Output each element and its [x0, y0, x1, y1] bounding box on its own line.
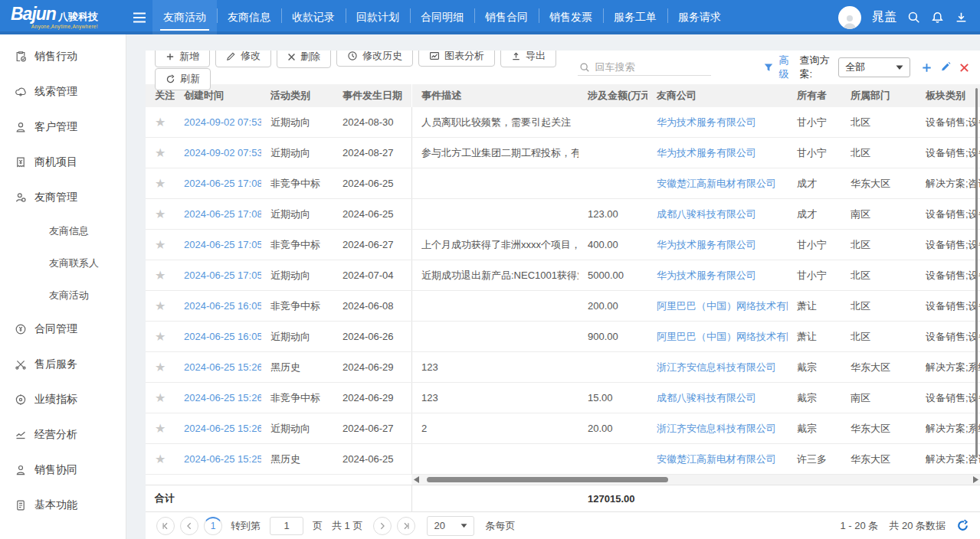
created-time-link[interactable]: 2024-06-25 15:25 [184, 453, 261, 465]
导出-button[interactable]: 导出 [500, 51, 556, 67]
favorite-star-icon[interactable]: ★ [155, 239, 166, 251]
created-time-link[interactable]: 2024-09-02 07:53 [184, 116, 261, 128]
favorite-star-icon[interactable]: ★ [155, 300, 166, 312]
删除-button[interactable]: 删除 [277, 51, 331, 68]
query-scheme-select[interactable]: 全部 [838, 57, 910, 77]
scrollbar-track[interactable] [421, 476, 971, 483]
created-time-link[interactable]: 2024-06-25 17:05 [184, 239, 261, 250]
table-row[interactable]: ★ 2024-06-25 16:05 非竞争中标 2024-06-08 200.… [146, 291, 980, 322]
tab-合同明细[interactable]: 合同明细 [410, 0, 474, 34]
add-scheme-icon[interactable] [921, 62, 932, 74]
sidebar-item-合同管理[interactable]: 合同管理 [0, 312, 126, 347]
company-link[interactable]: 华为技术服务有限公司 [657, 146, 756, 160]
menu-toggle-icon[interactable] [126, 0, 152, 34]
company-link[interactable]: 浙江齐安信息科技有限公司 [657, 361, 776, 374]
table-row[interactable]: ★ 2024-06-25 15:26 非竞争中标 2024-06-29 123 … [146, 383, 980, 413]
sidebar-item-基本功能[interactable]: 基本功能 [0, 488, 126, 523]
table-row[interactable]: ★ 2024-06-25 17:05 非竞争中标 2024-06-27 上个月成… [146, 230, 980, 260]
company-link[interactable]: 安徽楚江高新电材有限公司 [657, 177, 776, 191]
图表分析-button[interactable]: 图表分析 [418, 51, 495, 67]
sidebar-item-经营分析[interactable]: 经营分析 [0, 417, 126, 452]
refresh-data-icon[interactable] [956, 519, 969, 532]
avatar[interactable] [838, 6, 861, 29]
company-link[interactable]: 华为技术服务有限公司 [657, 269, 756, 283]
download-icon[interactable] [955, 11, 968, 24]
sidebar-item-销售行动[interactable]: 销售行动 [0, 39, 126, 74]
created-time-link[interactable]: 2024-06-25 17:08 [184, 178, 261, 189]
created-time-link[interactable]: 2024-09-02 07:53 [184, 147, 261, 158]
table-row[interactable]: ★ 2024-09-02 07:53 近期动向 2024-08-27 参与北方工… [146, 138, 980, 168]
scroll-right-arrow-icon[interactable] [971, 476, 980, 483]
favorite-star-icon[interactable]: ★ [155, 392, 166, 404]
goto-page-input[interactable] [270, 517, 303, 535]
company-link[interactable]: 浙江齐安信息科技有限公司 [657, 422, 776, 436]
company-link[interactable]: 华为技术服务有限公司 [657, 116, 756, 129]
favorite-star-icon[interactable]: ★ [155, 116, 166, 129]
sidebar-item-业绩指标[interactable]: 业绩指标 [0, 382, 126, 417]
search-input[interactable] [595, 61, 710, 73]
tab-服务工单[interactable]: 服务工单 [603, 0, 667, 34]
horizontal-scrollbar[interactable] [411, 475, 980, 485]
company-link[interactable]: 华为技术服务有限公司 [657, 238, 756, 252]
sidebar-item-友商管理[interactable]: 友商管理 [0, 180, 126, 215]
scrollbar-thumb[interactable] [427, 477, 668, 482]
table-row[interactable]: ★ 2024-09-02 07:53 近期动向 2024-08-30 人员离职比… [146, 107, 980, 138]
company-link[interactable]: 阿里巴巴（中国）网络技术有限... [657, 299, 788, 313]
sidebar-item-线索管理[interactable]: 线索管理 [0, 74, 126, 109]
tab-友商信息[interactable]: 友商信息 [217, 0, 281, 34]
sidebar-subitem-友商活动[interactable]: 友商活动 [0, 279, 126, 312]
created-time-link[interactable]: 2024-06-25 16:05 [184, 300, 261, 312]
sidebar-item-销售协同[interactable]: 销售协同 [0, 452, 126, 488]
username[interactable]: 晁盖 [872, 9, 896, 25]
新增-button[interactable]: 新增 [155, 51, 210, 67]
sidebar-subitem-友商联系人[interactable]: 友商联系人 [0, 247, 126, 279]
tab-销售发票[interactable]: 销售发票 [539, 0, 603, 34]
current-page-button[interactable]: 1 [204, 517, 222, 535]
scroll-left-arrow-icon[interactable] [411, 476, 421, 483]
notification-bell-icon[interactable] [931, 11, 944, 24]
sidebar-item-客户管理[interactable]: 客户管理 [0, 109, 126, 145]
table-row[interactable]: ★ 2024-06-25 17:08 非竞争中标 2024-06-25 安徽楚江… [146, 168, 980, 199]
table-row[interactable]: ★ 2024-06-25 17:08 近期动向 2024-06-25 123.0… [146, 199, 980, 230]
sidebar-item-商机项目[interactable]: 商机项目 [0, 145, 126, 180]
table-row[interactable]: ★ 2024-06-25 15:25 黑历史 2024-06-25 安徽楚江高新… [146, 444, 980, 475]
tab-销售合同[interactable]: 销售合同 [474, 0, 539, 34]
edit-scheme-icon[interactable] [940, 62, 952, 74]
tab-服务请求[interactable]: 服务请求 [667, 0, 732, 34]
favorite-star-icon[interactable]: ★ [155, 270, 166, 282]
table-row[interactable]: ★ 2024-06-25 16:05 近期动向 2024-06-26 900.0… [146, 322, 980, 352]
prev-page-button[interactable] [180, 517, 198, 535]
favorite-star-icon[interactable]: ★ [155, 453, 166, 466]
table-row[interactable]: ★ 2024-06-25 15:26 近期动向 2024-06-27 2 20.… [146, 413, 980, 444]
favorite-star-icon[interactable]: ★ [155, 361, 166, 374]
table-row[interactable]: ★ 2024-06-25 17:05 近期动向 2024-07-04 近期成功退… [146, 260, 980, 291]
search-icon[interactable] [907, 11, 920, 24]
company-link[interactable]: 安徽楚江高新电材有限公司 [657, 452, 776, 466]
created-time-link[interactable]: 2024-06-25 16:05 [184, 331, 261, 342]
favorite-star-icon[interactable]: ★ [155, 423, 166, 435]
sidebar-subitem-友商信息[interactable]: 友商信息 [0, 215, 126, 247]
delete-scheme-icon[interactable] [959, 63, 969, 73]
favorite-star-icon[interactable]: ★ [155, 147, 166, 159]
favorite-star-icon[interactable]: ★ [155, 208, 166, 220]
advanced-filter[interactable]: 高级 [763, 54, 792, 81]
created-time-link[interactable]: 2024-06-25 15:26 [184, 392, 261, 403]
company-link[interactable]: 成都八骏科技有限公司 [657, 391, 756, 405]
page-size-select[interactable]: 20 [427, 516, 474, 536]
created-time-link[interactable]: 2024-06-25 15:26 [184, 361, 261, 373]
next-page-button[interactable] [373, 517, 392, 535]
favorite-star-icon[interactable]: ★ [155, 178, 166, 190]
tab-回款计划[interactable]: 回款计划 [346, 0, 410, 34]
company-link[interactable]: 阿里巴巴（中国）网络技术有限... [657, 330, 788, 344]
created-time-link[interactable]: 2024-06-25 17:05 [184, 270, 261, 281]
company-link[interactable]: 成都八骏科技有限公司 [657, 207, 756, 221]
sidebar-item-售后服务[interactable]: 售后服务 [0, 347, 126, 382]
tab-收款记录[interactable]: 收款记录 [281, 0, 346, 34]
favorite-star-icon[interactable]: ★ [155, 331, 166, 343]
created-time-link[interactable]: 2024-06-25 17:08 [184, 208, 261, 220]
修改历史-button[interactable]: 修改历史 [336, 51, 413, 67]
first-page-button[interactable] [156, 517, 175, 535]
修改-button[interactable]: 修改 [215, 51, 271, 67]
vertical-scrollbar-thumb[interactable] [975, 88, 978, 458]
tab-友商活动[interactable]: 友商活动 [152, 0, 217, 34]
